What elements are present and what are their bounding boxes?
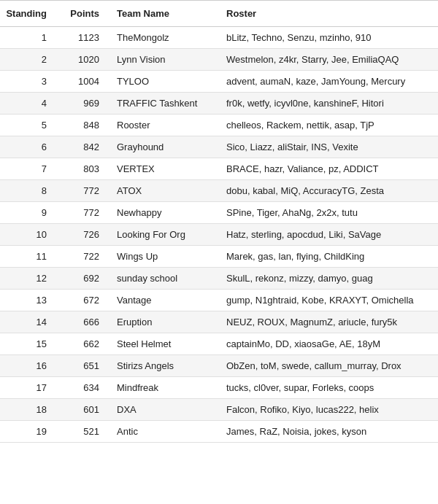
cell-team-name: Steel Helmet [111,333,220,355]
cell-team-name: Antic [111,421,220,443]
cell-roster: captainMo, DD, xiaosaGe, AE, 18yM [220,333,438,355]
cell-standing: 15 [0,333,58,355]
table-row: 17634Mindfreaktucks, cl0ver, supar, Forl… [0,377,438,399]
cell-standing: 7 [0,158,58,180]
cell-team-name: Rooster [111,115,220,136]
cell-roster: bLitz, Techno, Senzu, mzinho, 910 [220,27,438,49]
cell-points: 726 [58,224,111,246]
cell-points: 848 [58,115,111,136]
cell-points: 803 [58,158,111,180]
cell-roster: Westmelon, z4kr, Starry, Jee, EmiliaQAQ [220,49,438,71]
table-row: 11123TheMongolzbLitz, Techno, Senzu, mzi… [0,27,438,49]
cell-points: 601 [58,399,111,421]
cell-points: 1020 [58,49,111,71]
table-row: 16651Stirizs AngelsObZen, toM, swede, ca… [0,355,438,377]
cell-standing: 17 [0,377,58,399]
cell-points: 969 [58,93,111,115]
cell-team-name: TYLOO [111,71,220,93]
table-row: 10726Looking For OrgHatz, sterling, apoc… [0,224,438,246]
table-row: 13672Vantagegump, N1ghtraid, Kobe, KRAXY… [0,290,438,311]
cell-standing: 16 [0,355,58,377]
cell-roster: dobu, kabal, MiQ, AccuracyTG, Zesta [220,180,438,202]
cell-standing: 3 [0,71,58,93]
table-row: 12692sunday schoolSkulL, rekonz, mizzy, … [0,268,438,290]
table-row: 14666EruptionNEUZ, ROUX, MagnumZ, ariucl… [0,311,438,333]
table-row: 8772ATOXdobu, kabal, MiQ, AccuracyTG, Ze… [0,180,438,202]
cell-points: 772 [58,180,111,202]
cell-team-name: TRAFFIC Tashkent [111,93,220,115]
cell-team-name: VERTEX [111,158,220,180]
cell-points: 1004 [58,71,111,93]
cell-team-name: Mindfreak [111,377,220,399]
cell-roster: Marek, gas, lan, flying, ChildKing [220,246,438,268]
cell-roster: Sico, Liazz, aliStair, INS, Vexite [220,136,438,158]
cell-standing: 6 [0,136,58,158]
table-row: 7803VERTEXBRACE, hazr, Valiance, pz, ADD… [0,158,438,180]
cell-points: 692 [58,268,111,290]
header-team-name: Team Name [111,1,220,27]
cell-team-name: DXA [111,399,220,421]
cell-points: 662 [58,333,111,355]
cell-standing: 5 [0,115,58,136]
table-row: 11722Wings UpMarek, gas, lan, flying, Ch… [0,246,438,268]
header-roster: Roster [220,1,438,27]
table-row: 31004TYLOOadvent, aumaN, kaze, JamYoung,… [0,71,438,93]
cell-roster: chelleos, Rackem, nettik, asap, TjP [220,115,438,136]
table-row: 18601DXAFalcon, Rofiko, Kiyo, lucas222, … [0,399,438,421]
header-standing: Standing [0,1,58,27]
cell-standing: 18 [0,399,58,421]
table-row: 9772NewhappySPine, Tiger, AhaNg, 2x2x, t… [0,202,438,224]
cell-roster: gump, N1ghtraid, Kobe, KRAXYT, Omichella [220,290,438,311]
cell-roster: fr0k, wetfy, icyvl0ne, kanshineF, Hitori [220,93,438,115]
cell-team-name: ATOX [111,180,220,202]
cell-points: 1123 [58,27,111,49]
cell-team-name: Looking For Org [111,224,220,246]
cell-roster: Hatz, sterling, apocdud, Liki, SaVage [220,224,438,246]
cell-standing: 19 [0,421,58,443]
cell-points: 666 [58,311,111,333]
cell-roster: BRACE, hazr, Valiance, pz, ADDICT [220,158,438,180]
cell-standing: 9 [0,202,58,224]
table-header-row: Standing Points Team Name Roster [0,1,438,27]
cell-team-name: Newhappy [111,202,220,224]
cell-team-name: Lynn Vision [111,49,220,71]
cell-roster: advent, aumaN, kaze, JamYoung, Mercury [220,71,438,93]
cell-points: 651 [58,355,111,377]
cell-standing: 4 [0,93,58,115]
cell-roster: James, RaZ, Noisia, jokes, kyson [220,421,438,443]
table-row: 19521AnticJames, RaZ, Noisia, jokes, kys… [0,421,438,443]
cell-roster: SPine, Tiger, AhaNg, 2x2x, tutu [220,202,438,224]
cell-points: 772 [58,202,111,224]
cell-points: 842 [58,136,111,158]
cell-points: 722 [58,246,111,268]
header-points: Points [58,1,111,27]
cell-roster: Falcon, Rofiko, Kiyo, lucas222, helix [220,399,438,421]
cell-team-name: Wings Up [111,246,220,268]
cell-standing: 10 [0,224,58,246]
cell-roster: ObZen, toM, swede, callum_murray, Drox [220,355,438,377]
cell-points: 634 [58,377,111,399]
cell-team-name: TheMongolz [111,27,220,49]
cell-roster: SkulL, rekonz, mizzy, damyo, guag [220,268,438,290]
cell-standing: 2 [0,49,58,71]
cell-standing: 1 [0,27,58,49]
table-row: 5848Roosterchelleos, Rackem, nettik, asa… [0,115,438,136]
table-row: 4969TRAFFIC Tashkentfr0k, wetfy, icyvl0n… [0,93,438,115]
cell-team-name: Stirizs Angels [111,355,220,377]
cell-roster: tucks, cl0ver, supar, Forleks, coops [220,377,438,399]
cell-team-name: Eruption [111,311,220,333]
table-row: 6842GrayhoundSico, Liazz, aliStair, INS,… [0,136,438,158]
table-row: 15662Steel HelmetcaptainMo, DD, xiaosaGe… [0,333,438,355]
cell-standing: 12 [0,268,58,290]
cell-standing: 13 [0,290,58,311]
standings-table: Standing Points Team Name Roster 11123Th… [0,0,438,443]
cell-points: 672 [58,290,111,311]
cell-roster: NEUZ, ROUX, MagnumZ, ariucle, fury5k [220,311,438,333]
cell-points: 521 [58,421,111,443]
cell-standing: 14 [0,311,58,333]
cell-standing: 11 [0,246,58,268]
table-row: 21020Lynn VisionWestmelon, z4kr, Starry,… [0,49,438,71]
cell-team-name: Vantage [111,290,220,311]
cell-standing: 8 [0,180,58,202]
cell-team-name: sunday school [111,268,220,290]
